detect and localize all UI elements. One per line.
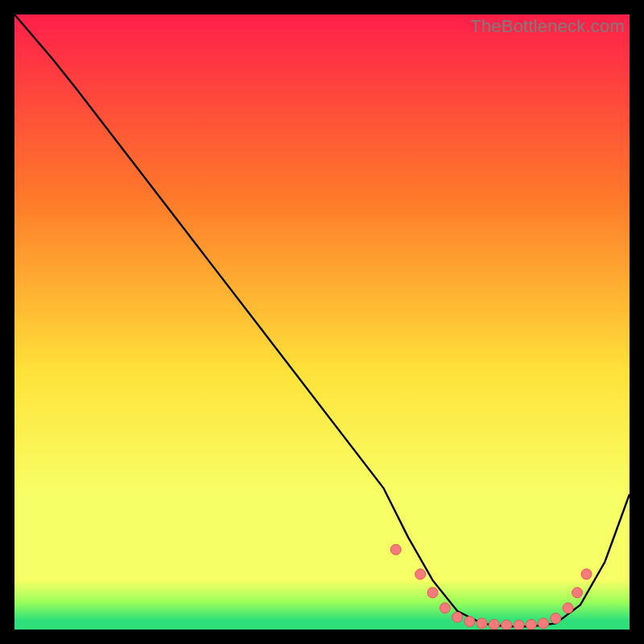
marker-dot — [390, 544, 401, 555]
marker-dot — [415, 569, 426, 580]
marker-dot — [489, 619, 499, 630]
chart-frame: TheBottleneck.com — [14, 14, 630, 630]
marker-dot — [452, 612, 463, 622]
bottleneck-chart — [14, 14, 630, 630]
marker-dot — [539, 618, 549, 629]
marker-dot — [563, 603, 573, 613]
marker-dot — [514, 620, 524, 630]
marker-dot — [572, 588, 583, 598]
marker-dot — [464, 617, 475, 627]
watermark-text: TheBottleneck.com — [470, 16, 625, 37]
marker-dot — [551, 613, 561, 624]
marker-dot — [440, 603, 450, 613]
marker-dot — [526, 619, 536, 630]
marker-dot — [427, 588, 438, 598]
gradient-background — [14, 14, 630, 630]
marker-dot — [502, 620, 512, 630]
marker-dot — [581, 569, 592, 580]
marker-dot — [477, 618, 487, 629]
